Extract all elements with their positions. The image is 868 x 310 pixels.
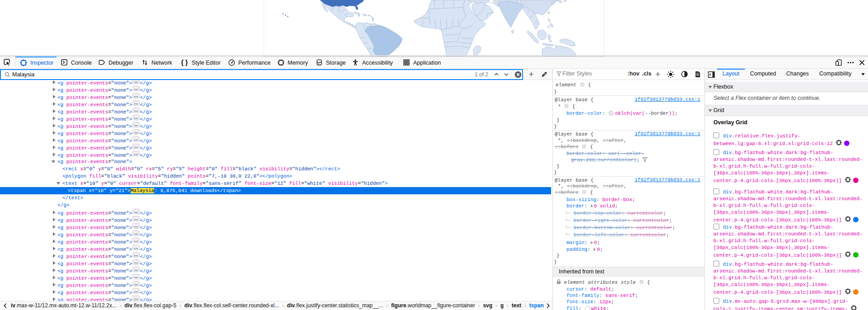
svg-text:{ }: { } (181, 59, 188, 66)
